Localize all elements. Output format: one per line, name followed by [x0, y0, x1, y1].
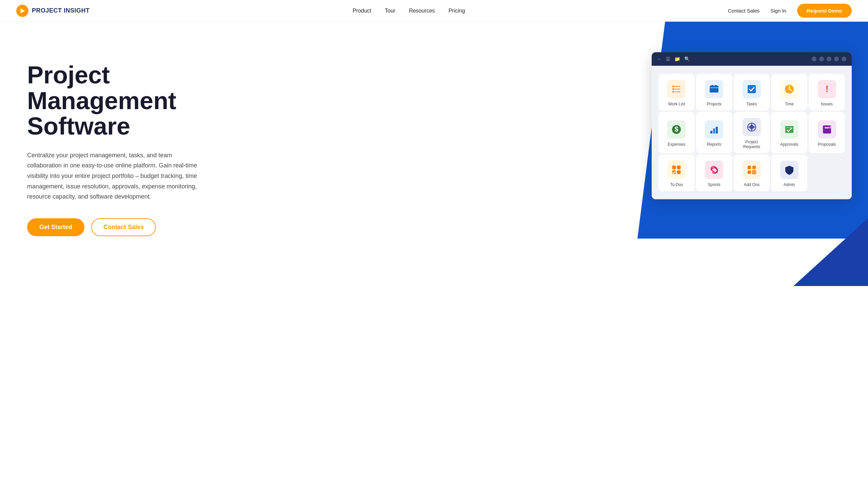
nav-links: Product Tour Resources Pricing	[353, 8, 465, 14]
svg-rect-40	[748, 166, 751, 169]
hero-section: Project Management Software Centralize y…	[0, 22, 868, 286]
menu-icon: ☰	[666, 56, 670, 62]
nav-tour[interactable]: Tour	[385, 8, 395, 14]
app-icon-proposals[interactable]: Proposals	[809, 112, 845, 153]
svg-rect-38	[677, 170, 680, 174]
reports-label: Reports	[707, 142, 721, 147]
admin-svg	[783, 164, 795, 176]
hero-buttons: Get Started Contact Sales	[27, 218, 203, 236]
app-icon-admin[interactable]: Admin	[771, 155, 807, 191]
app-icon-expenses[interactable]: $ Expenses	[658, 112, 695, 153]
titlebar-dot-3	[827, 57, 831, 61]
titlebar-dot-1	[812, 57, 816, 61]
nav-pricing[interactable]: Pricing	[449, 8, 465, 14]
app-icon-sprints[interactable]: Sprints	[696, 155, 732, 191]
time-label: Time	[785, 102, 794, 106]
app-icon-todos[interactable]: To-Dos	[658, 155, 695, 191]
folder-icon: 📁	[674, 56, 680, 62]
projectrequests-label: Project Requests	[736, 140, 767, 149]
approvals-label: Approvals	[780, 142, 798, 147]
worklist-svg	[670, 83, 683, 95]
svg-rect-19	[713, 128, 715, 134]
projects-icon-bg	[705, 80, 723, 98]
svg-rect-5	[672, 91, 674, 93]
sprints-icon-bg	[705, 161, 723, 179]
titlebar-dot-5	[842, 57, 846, 61]
svg-rect-27	[749, 126, 754, 128]
app-icon-time[interactable]: Time	[771, 74, 807, 110]
svg-rect-7	[710, 86, 718, 93]
app-icon-worklist[interactable]: Work List	[658, 74, 695, 110]
hero-left: Project Management Software Centralize y…	[27, 49, 203, 236]
projectrequests-svg	[746, 121, 758, 133]
nav-resources[interactable]: Resources	[409, 8, 435, 14]
back-icon: ←	[657, 56, 662, 62]
contact-sales-button[interactable]: Contact Sales	[91, 218, 156, 236]
admin-label: Admin	[784, 182, 795, 187]
todos-icon-bg	[667, 161, 686, 179]
app-icon-issues[interactable]: ! Issues	[809, 74, 845, 110]
app-window: ← ☰ 📁 🔍	[652, 52, 852, 199]
svg-rect-6	[675, 92, 680, 92]
expenses-label: Expenses	[668, 142, 686, 147]
play-icon	[19, 8, 25, 14]
svg-rect-4	[675, 89, 680, 89]
svg-rect-42	[748, 170, 751, 174]
search-icon: 🔍	[684, 56, 690, 62]
approvals-svg	[783, 123, 795, 136]
svg-rect-2	[675, 86, 680, 87]
app-icon-tasks[interactable]: Tasks	[734, 74, 770, 110]
app-icon-projects[interactable]: Projects	[696, 74, 732, 110]
expenses-svg: $	[670, 123, 683, 136]
projects-label: Projects	[707, 102, 722, 106]
svg-rect-30	[785, 126, 793, 133]
nav-right: Contact Sales Sign In Request Demo	[728, 4, 852, 18]
todos-label: To-Dos	[670, 182, 683, 187]
expenses-icon-bg: $	[667, 120, 686, 139]
titlebar-controls	[812, 57, 846, 61]
sprints-label: Sprints	[708, 182, 721, 187]
svg-rect-41	[752, 166, 756, 169]
titlebar-dot-4	[834, 57, 839, 61]
projectrequests-icon-bg	[743, 118, 761, 136]
sprints-svg	[708, 164, 720, 176]
request-demo-button[interactable]: Request Demo	[797, 4, 852, 18]
svg-rect-18	[710, 131, 712, 134]
addons-label: Add Ons	[744, 182, 760, 187]
time-icon-bg	[780, 80, 798, 98]
app-icon-reports[interactable]: Reports	[696, 112, 732, 153]
addons-svg	[746, 164, 758, 176]
tasks-icon-bg	[743, 80, 761, 98]
approvals-icon-bg	[780, 120, 798, 139]
logo[interactable]: PROJECT INSIGHT	[16, 5, 90, 17]
tasks-svg	[746, 83, 758, 95]
app-icon-approvals[interactable]: Approvals	[771, 112, 807, 153]
addons-icon-bg	[743, 161, 761, 179]
hero-title: Project Management Software	[27, 62, 203, 139]
todos-svg	[670, 164, 683, 176]
app-icon-addons[interactable]: Add Ons	[734, 155, 770, 191]
proposals-icon-bg	[818, 120, 836, 139]
nav-product[interactable]: Product	[353, 8, 371, 14]
issues-icon-bg: !	[818, 80, 836, 98]
nav-contact-sales[interactable]: Contact Sales	[728, 8, 760, 14]
tasks-label: Tasks	[747, 102, 757, 106]
hero-description: Centralize your project management, task…	[27, 150, 203, 202]
svg-rect-1	[672, 86, 674, 87]
hero-right: ← ☰ 📁 🔍	[652, 52, 852, 199]
svg-rect-8	[711, 85, 713, 86]
svg-rect-10	[710, 87, 718, 88]
navbar: PROJECT INSIGHT Product Tour Resources P…	[0, 0, 868, 22]
logo-icon	[16, 5, 28, 17]
proposals-label: Proposals	[818, 142, 836, 147]
app-icon-projectrequests[interactable]: Project Requests	[734, 112, 770, 153]
svg-text:$: $	[675, 125, 678, 133]
get-started-button[interactable]: Get Started	[27, 218, 84, 236]
worklist-icon-bg	[667, 80, 686, 98]
issues-svg: !	[821, 83, 833, 95]
svg-rect-35	[672, 166, 676, 169]
issues-label: Issues	[821, 102, 833, 106]
svg-rect-9	[715, 85, 717, 86]
svg-rect-36	[677, 166, 680, 169]
nav-sign-in[interactable]: Sign In	[770, 8, 786, 14]
